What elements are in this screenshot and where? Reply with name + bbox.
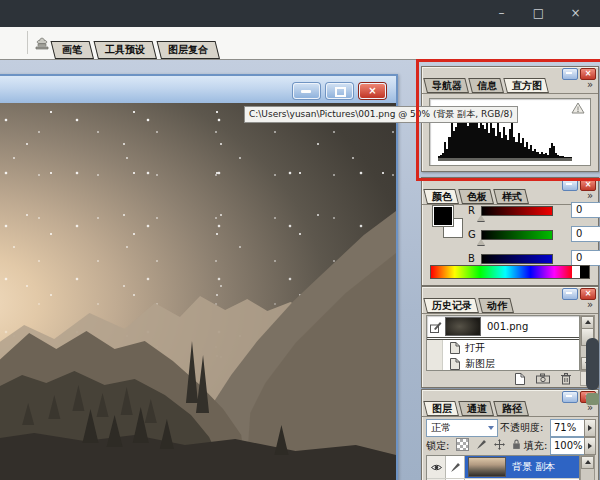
foreground-color-swatch[interactable] xyxy=(432,205,454,227)
lock-fill-row: 锁定: 填充: 100% xyxy=(426,437,594,453)
spectrum-black-swatch[interactable] xyxy=(580,266,589,278)
minimize-icon[interactable]: – xyxy=(483,0,520,27)
layer-main[interactable]: 背景 副本 xyxy=(465,456,579,478)
active-layer-cell[interactable] xyxy=(446,456,465,478)
doc-restore-icon[interactable] xyxy=(326,83,353,99)
eye-icon xyxy=(430,463,443,472)
red-slider-thumb-icon[interactable] xyxy=(477,215,485,221)
maximize-icon[interactable]: □ xyxy=(520,0,557,27)
green-slider[interactable] xyxy=(481,230,553,240)
chevron-down-icon xyxy=(488,426,494,430)
snapshot-thumbnail[interactable] xyxy=(445,317,481,336)
red-value-field[interactable]: 0 xyxy=(571,202,600,218)
history-state-icon xyxy=(449,342,461,354)
tab-brushes[interactable]: 画笔 xyxy=(55,41,94,59)
photoshop-window: – □ × 画笔 工具预设 图层复合 × xyxy=(0,0,600,480)
blend-opacity-row: 正常 不透明度: 71% xyxy=(426,419,594,436)
panel-header: × xyxy=(422,287,598,298)
lock-transparency-icon[interactable] xyxy=(456,438,469,451)
blue-slider-label: B xyxy=(468,253,475,264)
tab-channels[interactable]: 通道 xyxy=(462,401,494,416)
page-scrollbar-thumb[interactable] xyxy=(586,338,599,390)
history-source-checkbox[interactable] xyxy=(427,340,443,356)
tab-layers[interactable]: 图层 xyxy=(427,401,459,416)
snapshot-name: 001.png xyxy=(487,321,528,332)
canvas-image[interactable] xyxy=(0,103,396,480)
fill-label: 填充: xyxy=(524,439,547,453)
history-state-row[interactable]: 新图层 xyxy=(427,356,579,371)
document-window: × xyxy=(0,74,398,480)
layer-edit-brush-icon xyxy=(450,462,461,473)
document-titlebar[interactable]: × xyxy=(0,76,396,104)
fill-field[interactable]: 100% xyxy=(550,437,587,455)
tab-layer-comps[interactable]: 图层复合 xyxy=(161,41,220,59)
tab-styles[interactable]: 样式 xyxy=(497,189,529,204)
document-window-controls: × xyxy=(293,83,386,99)
history-brush-icon[interactable] xyxy=(430,321,442,333)
lock-paint-icon[interactable] xyxy=(476,439,487,450)
brushes-palette-icon[interactable] xyxy=(33,34,51,51)
doc-close-icon[interactable]: × xyxy=(359,83,386,99)
green-slider-thumb-icon[interactable] xyxy=(477,239,485,245)
history-state-label: 新图层 xyxy=(465,357,495,371)
color-spectrum-ramp[interactable] xyxy=(430,265,590,279)
page-scrollbar-marker xyxy=(586,393,599,405)
mountain-silhouettes xyxy=(0,103,396,480)
options-bar: 画笔 工具预设 图层复合 xyxy=(0,27,600,60)
history-state-icon xyxy=(449,358,461,370)
tab-swatches[interactable]: 色板 xyxy=(462,189,494,204)
panel-color-group: × 颜色 色板 样式 » R 0 G 0 B 0 xyxy=(421,177,599,286)
blue-value-field[interactable]: 0 xyxy=(571,250,600,266)
panel-menu-icon[interactable]: » xyxy=(587,298,593,312)
panel-header: × xyxy=(422,390,598,401)
palette-well: 画笔 工具预设 图层复合 xyxy=(55,41,224,59)
tab-history[interactable]: 历史记录 xyxy=(427,298,479,313)
new-snapshot-button[interactable] xyxy=(534,372,552,385)
panel-tabs: 历史记录 动作 » xyxy=(422,298,598,314)
scroll-up-icon[interactable] xyxy=(581,456,594,469)
new-document-from-state-button[interactable] xyxy=(511,372,529,385)
layers-scrollbar[interactable] xyxy=(580,455,595,480)
red-slider[interactable] xyxy=(481,206,553,216)
history-state-label: 打开 xyxy=(465,341,485,355)
history-state-row[interactable]: 打开 xyxy=(427,340,579,356)
panel-menu-icon[interactable]: » xyxy=(587,189,593,203)
opacity-field[interactable]: 71% xyxy=(550,419,587,437)
green-value-field[interactable]: 0 xyxy=(571,226,600,242)
visibility-cell[interactable] xyxy=(427,456,446,478)
close-icon[interactable]: × xyxy=(557,0,594,27)
delete-state-button[interactable] xyxy=(557,372,575,385)
trash-icon xyxy=(561,373,571,385)
tab-actions[interactable]: 动作 xyxy=(482,298,514,313)
page-scrollbar[interactable] xyxy=(586,338,599,408)
highlight-box xyxy=(416,59,600,181)
history-footer-bar xyxy=(426,372,595,385)
options-separator xyxy=(27,31,28,54)
lock-position-icon[interactable] xyxy=(494,439,505,450)
layer-row-background-copy[interactable]: 背景 副本 xyxy=(427,456,579,479)
app-titlebar: – □ × xyxy=(0,0,600,27)
tab-color[interactable]: 颜色 xyxy=(427,189,459,204)
opacity-spinner-icon[interactable] xyxy=(584,419,596,437)
lock-label: 锁定: xyxy=(426,439,449,453)
layer-thumbnail[interactable] xyxy=(468,457,506,477)
panel-layers-group: × 图层 通道 路径 » 正常 不透明度: 71% 锁定: xyxy=(421,389,599,480)
fill-spinner-icon[interactable] xyxy=(584,437,596,455)
history-source-checkbox[interactable] xyxy=(427,356,443,371)
layer-name: 背景 副本 xyxy=(512,460,555,474)
lock-all-icon[interactable] xyxy=(512,439,521,450)
panel-history-group: × 历史记录 动作 » 001.png xyxy=(421,286,599,388)
green-slider-label: G xyxy=(468,229,476,240)
opacity-label: 不透明度: xyxy=(500,421,543,435)
red-slider-label: R xyxy=(468,205,475,216)
blue-slider[interactable] xyxy=(481,254,553,264)
history-list: 001.png 打开 新图层 通过拷贝的 xyxy=(426,315,580,371)
layer-list: 背景 副本 背景 xyxy=(426,455,580,480)
new-document-icon xyxy=(515,373,525,385)
snapshot-row[interactable]: 001.png xyxy=(427,316,579,340)
tab-tool-presets[interactable]: 工具预设 xyxy=(98,41,157,59)
camera-icon xyxy=(536,373,550,384)
doc-minimize-icon[interactable] xyxy=(293,83,320,99)
blend-mode-select[interactable]: 正常 xyxy=(426,419,498,437)
tab-paths[interactable]: 路径 xyxy=(497,401,529,416)
